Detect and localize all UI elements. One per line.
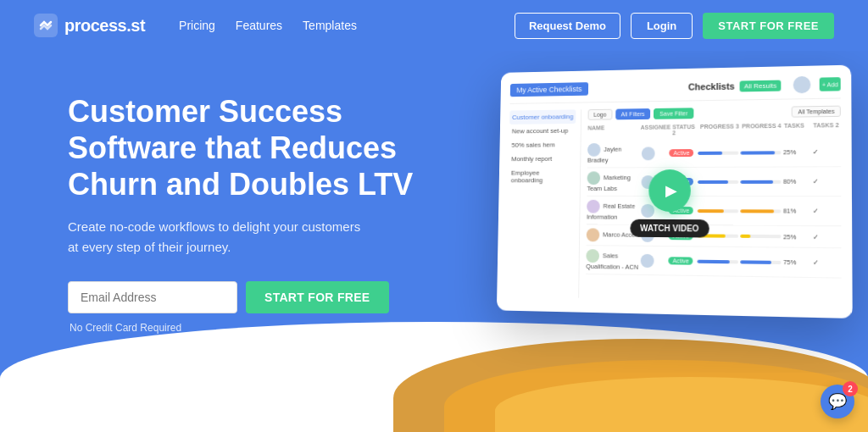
row-task1: 75% <box>783 258 811 267</box>
filter-logo[interactable]: Logo <box>588 109 613 120</box>
watch-video-label: WATCH VIDEO <box>630 219 709 238</box>
logo[interactable]: process.st <box>34 14 145 37</box>
row-name: Sales Qualification - ACN <box>586 249 638 271</box>
sidebar-item-1[interactable]: Customer onboarding <box>509 109 576 124</box>
dash-table-header: NAME ASSIGNEE STATUS 2 PROGRESS 3 PROGRE… <box>587 122 841 136</box>
th-name: NAME <box>587 125 638 136</box>
dash-filters: Logo All Filters Save Filter All Templat… <box>588 106 841 120</box>
row-task1: 80% <box>783 178 811 186</box>
row-prog2 <box>740 209 782 213</box>
th-assignee: ASSIGNEE <box>641 124 671 136</box>
table-row: Real Estate Information Active 81% ✓ <box>587 197 841 226</box>
page: process.st Pricing Features Templates Re… <box>0 0 868 432</box>
dash-topbar: My Active Checklists Checklists All Resu… <box>510 75 841 104</box>
row-task2: ✓ <box>813 258 842 267</box>
row-avatar <box>587 143 601 157</box>
table-row: Sales Qualification - ACN Active 75% ✓ <box>586 246 842 278</box>
dash-sidebar: Customer onboarding New account set-up 5… <box>506 109 581 297</box>
row-task2: ✓ <box>813 178 841 186</box>
sidebar-item-2[interactable]: New account set-up <box>509 124 576 138</box>
row-task1: 25% <box>783 148 811 156</box>
th-status: STATUS 2 <box>672 124 698 136</box>
play-button[interactable]: ▶ <box>648 169 691 212</box>
status-badge: Active <box>670 149 694 157</box>
th-tasks1: TASKS <box>784 122 811 135</box>
dashboard-wrapper: My Active Checklists Checklists All Resu… <box>497 65 853 318</box>
play-icon: ▶ <box>665 181 676 200</box>
row-prog1 <box>698 180 738 183</box>
hero-left: Customer Success Software that Reduces C… <box>68 76 475 334</box>
row-status: Active <box>669 257 696 265</box>
chat-icon: 💬 <box>828 392 847 411</box>
sidebar-item-5[interactable]: Employee onboarding <box>509 166 576 188</box>
nav-actions: Request Demo Login START FOR FREE <box>515 13 834 39</box>
filter-save[interactable]: Save Filter <box>654 108 693 119</box>
hero-right: My Active Checklists Checklists All Resu… <box>475 68 848 313</box>
row-avatar <box>587 171 601 185</box>
th-progress1: PROGRESS 3 <box>700 123 740 136</box>
row-prog2 <box>740 180 782 183</box>
row-name: Real Estate Information <box>587 200 639 221</box>
row-assignee <box>640 253 667 267</box>
dash-add-btn: + Add <box>820 77 841 91</box>
row-prog2 <box>740 235 782 238</box>
dash-title: Checklists <box>688 81 735 92</box>
row-task1: 25% <box>783 233 811 241</box>
row-avatar <box>586 249 599 263</box>
row-task1: 81% <box>783 207 811 214</box>
svg-rect-0 <box>34 14 58 37</box>
nav-templates[interactable]: Templates <box>303 19 357 32</box>
cta-row: START FOR FREE <box>68 281 475 313</box>
hero-title: Customer Success Software that Reduces C… <box>68 93 475 203</box>
table-row: Jaylen Bradley Active 25% ✓ <box>587 137 841 168</box>
status-badge: Active <box>669 257 693 264</box>
dash-avatar-top <box>793 76 811 94</box>
row-assignee-avatar <box>641 147 654 160</box>
row-prog1 <box>698 209 738 213</box>
login-button[interactable]: Login <box>631 13 693 39</box>
request-demo-button[interactable]: Request Demo <box>515 13 620 39</box>
navbar: process.st Pricing Features Templates Re… <box>0 0 868 51</box>
filter-all-filters[interactable]: All Filters <box>615 108 651 119</box>
chat-bubble[interactable]: 💬 2 <box>821 385 854 418</box>
nav-links: Pricing Features Templates <box>179 19 515 32</box>
table-row: Marco Acceri Active 25% ✓ <box>587 224 842 248</box>
row-task2: ✓ <box>813 148 841 156</box>
row-assignee-avatar <box>640 253 654 267</box>
row-prog1 <box>698 151 738 154</box>
row-avatar <box>587 228 600 241</box>
play-button-wrap: ▶ WATCH VIDEO <box>648 169 691 212</box>
filter-all-templates[interactable]: All Templates <box>792 106 841 118</box>
logo-icon <box>34 14 58 37</box>
row-task2: ✓ <box>813 233 841 241</box>
nav-features[interactable]: Features <box>236 19 282 32</box>
logo-text: process.st <box>64 16 145 36</box>
row-avatar <box>587 200 600 213</box>
table-row: Marketing Team Labs Active 80% ✓ <box>587 167 841 197</box>
dash-tab-active: My Active Checklists <box>510 82 588 97</box>
nav-pricing[interactable]: Pricing <box>179 19 215 32</box>
row-name: Marketing Team Labs <box>587 171 639 192</box>
row-task2: ✓ <box>813 207 841 214</box>
start-free-button[interactable]: START FOR FREE <box>246 281 389 313</box>
dash-badge: All Results <box>740 80 782 91</box>
chat-badge: 2 <box>843 381 858 396</box>
no-credit-card-text: No Credit Card Required <box>70 322 475 334</box>
row-status: Active <box>670 149 697 157</box>
sidebar-item-4[interactable]: Monthly report <box>509 152 575 166</box>
hero-subtitle: Create no-code workflows to delight your… <box>68 217 373 258</box>
row-assignee <box>641 147 667 160</box>
start-free-nav-button[interactable]: START FOR FREE <box>703 13 834 39</box>
th-progress2: PROGRESS 4 <box>742 123 782 136</box>
email-input[interactable] <box>68 281 237 313</box>
sidebar-item-3[interactable]: 50% sales hem <box>509 137 576 152</box>
row-prog1 <box>697 259 737 263</box>
row-prog2 <box>740 260 782 264</box>
dash-main: Logo All Filters Save Filter All Templat… <box>586 106 842 303</box>
row-name: Jaylen Bradley <box>587 143 640 164</box>
row-prog2 <box>740 151 782 154</box>
th-tasks2: TASKS 2 <box>813 122 841 135</box>
